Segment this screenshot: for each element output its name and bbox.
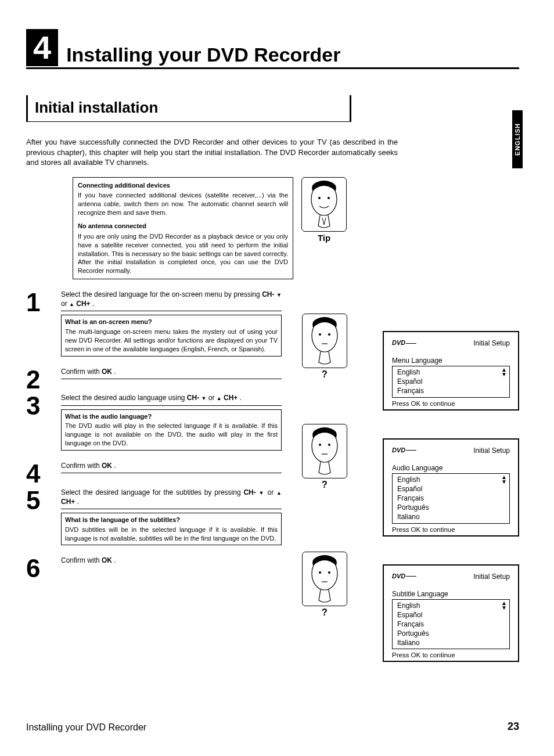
step-1-callout-heading: What is an on-screen menu? [65,318,278,326]
step-2-text: Confirm with OK . [61,367,282,379]
osd-option: English [397,601,505,610]
svg-point-8 [328,444,330,446]
osd-label: Audio Language [392,464,510,472]
osd-language-list: ▲▼ English Español Français Português It… [392,599,510,650]
svg-point-11 [328,571,330,574]
page-number: 23 [508,721,519,733]
step-3-text: Select the desired audio language using … [61,393,282,405]
osd-option: Italiano [397,512,505,521]
step-1-callout: What is an on-screen menu? The multi-lan… [61,315,282,356]
chevron-down-icon [276,290,282,298]
svg-point-1 [318,197,321,199]
svg-point-10 [319,571,321,574]
svg-point-2 [328,197,330,199]
osd-option: Español [397,377,505,386]
osd-option: Español [397,484,505,494]
tip-paragraph-1: If you have connected additional devices… [78,192,288,216]
face-illustration-tip [301,177,347,232]
osd-footer: Press OK to continue [392,526,510,533]
osd-title: Initial Setup [473,339,510,347]
osd-option: English [397,368,505,377]
tip-box: Connecting additional devices If you hav… [73,177,293,279]
osd-screens-column: DVDInitial Setup Menu Language ▲▼ Englis… [383,331,519,690]
osd-option: Français [397,494,505,503]
osd-language-list: ▲▼ English Español Français Português It… [392,473,510,524]
dvd-logo: DVD [392,573,416,581]
osd-label: Subtitle Language [392,590,510,598]
svg-point-5 [328,333,330,336]
chevron-up-icon [276,488,282,496]
step-1-number: 1 [26,290,61,314]
chevron-up-icon [69,300,74,308]
step-5-callout: What is the language of the subtitles? D… [61,513,282,546]
chevron-up-icon [217,394,222,402]
osd-screen-audio-language: DVDInitial Setup Audio Language ▲▼ Engli… [383,438,519,537]
step-6-number: 6 [26,556,61,580]
step-1-callout-text: The multi-language on-screen menu takes … [65,328,278,352]
updown-arrows-icon: ▲▼ [501,475,507,484]
svg-point-4 [319,333,321,336]
tip-paragraph-2: If you are only using the DVD Recorder a… [78,233,288,274]
footer-chapter-title: Installing your DVD Recorder [26,722,146,733]
step-6-text: Confirm with OK . [61,556,282,567]
step-3-callout: What is the audio language? The DVD audi… [61,409,282,451]
osd-option: English [397,475,505,484]
language-tab: ENGLISH [512,110,523,168]
tip-heading-2: No antenna connected [78,222,288,231]
osd-option: Français [397,620,505,629]
step-3-number: 3 [26,393,61,417]
step-1-text: Select the desired language for the on-s… [61,290,282,311]
step-3-callout-heading: What is the audio language? [65,412,278,421]
osd-option: Français [397,386,505,395]
dvd-logo: DVD [392,339,416,347]
step-5-number: 5 [26,488,61,512]
osd-label: Menu Language [392,357,510,365]
osd-title: Initial Setup [473,573,510,581]
step-4-number: 4 [26,461,61,485]
face-illustration-q2: ? [302,424,347,490]
chapter-number: 4 [26,29,58,66]
tip-face-column: Tip [301,177,347,243]
face-illustration-q3: ? [302,552,347,618]
chapter-header: 4 Installing your DVD Recorder [26,29,519,69]
updown-arrows-icon: ▲▼ [501,368,507,377]
svg-point-7 [319,444,321,446]
dvd-logo: DVD [392,447,416,455]
tip-heading-1: Connecting additional devices [78,181,288,190]
osd-screen-menu-language: DVDInitial Setup Menu Language ▲▼ Englis… [383,331,519,411]
intro-paragraph: After you have successfully connected th… [26,137,398,168]
updown-arrows-icon: ▲▼ [501,601,507,610]
chevron-down-icon [259,488,265,496]
step-5-callout-text: DVD subtitles will be in the selected la… [65,526,278,542]
step-2-number: 2 [26,367,61,391]
section-title-box: Initial installation [26,95,351,122]
osd-option: Português [397,629,505,638]
osd-title: Initial Setup [473,447,510,455]
face-illustration-q1: ? [302,314,347,380]
tip-label: Tip [301,233,347,243]
page-footer: Installing your DVD Recorder 23 [26,721,519,733]
step-4-text: Confirm with OK . [61,461,282,473]
step-5-text: Select the desired language for the subt… [61,488,282,509]
step-3-callout-text: The DVD audio will play in the selected … [65,422,278,447]
osd-footer: Press OK to continue [392,651,510,658]
tip-row: Connecting additional devices If you hav… [73,177,519,279]
chapter-title: Installing your DVD Recorder [66,44,340,66]
section-title: Initial installation [35,99,343,117]
osd-option: Italiano [397,638,505,647]
osd-option: Português [397,503,505,512]
osd-screen-subtitle-language: DVDInitial Setup Subtitle Language ▲▼ En… [383,564,519,663]
step-5-callout-heading: What is the language of the subtitles? [65,516,278,524]
osd-footer: Press OK to continue [392,400,510,407]
osd-language-list: ▲▼ English Español Français [392,366,510,398]
osd-option: Español [397,610,505,620]
